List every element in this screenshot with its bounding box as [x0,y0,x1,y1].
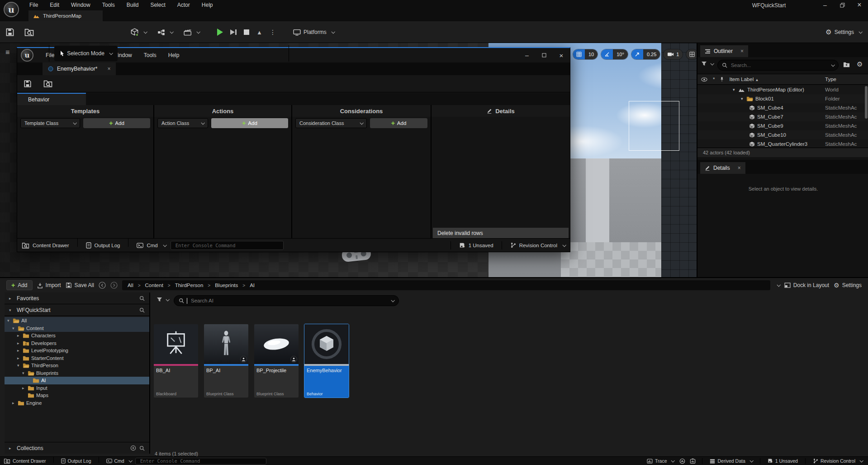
content-browser-settings-button[interactable]: ⚙ Settings [834,282,862,289]
delete-invalid-rows-button[interactable]: Delete invalid rows [433,228,569,239]
collections-section[interactable]: ▸ Collections [5,442,149,454]
cinematics-dropdown[interactable] [184,29,199,36]
actions-add-button[interactable]: +Add [211,118,288,128]
viewport-menu-icon[interactable]: ≡ [5,48,9,57]
output-log-button[interactable]: Output Log [81,242,125,249]
menu-actor[interactable]: Actor [171,0,196,10]
output-log-button[interactable]: Output Log [57,458,95,464]
browse-content-icon[interactable] [24,28,34,36]
selection-mode-dropdown[interactable]: Selection Mode [54,46,118,61]
maximize-button[interactable] [536,50,553,60]
asset-tile-bb_ai[interactable]: BB_AI Blackboard [154,324,198,398]
outliner-search[interactable] [717,60,839,71]
asset-tile-bp_projectile[interactable]: BP_Projectile Blueprint Class [254,324,299,398]
add-button[interactable]: +Add [6,280,33,290]
outliner-filter-button[interactable] [701,61,713,66]
folder-tree-item-thirdperson[interactable]: ▾ ThirdPerson [5,362,149,369]
derived-data-dropdown[interactable]: Derived Data [706,458,756,464]
templates-add-button[interactable]: +Add [83,118,150,128]
browse-to-asset-icon[interactable] [43,80,52,87]
save-icon[interactable] [5,28,14,37]
menu-edit[interactable]: Edit [44,0,65,10]
expander-icon[interactable]: ▸ [17,356,23,360]
folder-tree-item-maps[interactable]: Maps [5,392,149,399]
breadcrumb-thirdperson[interactable]: ThirdPerson [175,283,204,288]
add-actor-dropdown[interactable] [130,28,147,37]
expander-icon[interactable]: ▾ [22,371,28,375]
import-button[interactable]: Import [37,282,61,288]
asset-search-input[interactable] [190,297,386,304]
outliner-settings-icon[interactable]: ⚙ [857,60,863,68]
visibility-column-icon[interactable] [701,77,707,81]
outliner-row[interactable]: SM_QuarterCylinder3 StaticMeshAc [697,139,868,147]
menu-build[interactable]: Build [121,0,145,10]
folder-tree-item-content[interactable]: ▾ Content [5,325,149,332]
folder-tree-item-ai[interactable]: AI [5,377,149,384]
folder-tree-item-characters[interactable]: ▸ Characters [5,332,149,340]
breadcrumb-content[interactable]: Content [145,283,163,288]
insights-session-icon[interactable] [679,458,685,464]
item-label-column-header[interactable]: Item Label ▲ [729,77,759,82]
expander-icon[interactable]: ▸ [22,386,28,390]
add-folder-icon[interactable] [843,62,850,67]
stop-button[interactable] [244,29,249,35]
rotation-snap-control[interactable]: 10° [601,49,628,59]
dock-in-layout-button[interactable]: Dock in Layout [784,282,829,288]
outliner-row[interactable]: SM_Cube10 StaticMeshAc [697,130,868,139]
breadcrumb-all[interactable]: All [128,283,133,288]
outliner-search-input[interactable] [730,62,826,68]
folder-tree-item-levelprototyping[interactable]: ▸ LevelPrototyping [5,347,149,355]
editor-menu-help[interactable]: Help [162,50,185,61]
asset-tab-enemybehavior[interactable]: EnemyBehavior* × [43,62,116,75]
play-options-menu[interactable]: ⋮ [270,29,276,36]
pin-column-icon[interactable] [720,77,724,82]
cmd-dropdown[interactable]: Cmd [103,458,135,464]
folder-tree-item-engine[interactable]: ▸ Engine [5,399,149,407]
editor-menu-tools[interactable]: Tools [138,50,162,61]
close-icon[interactable]: × [107,66,110,72]
folder-tree-item-blueprints[interactable]: ▾ Blueprints [5,369,149,377]
back-button[interactable] [99,282,106,289]
tab-outliner[interactable]: Outliner× [700,45,748,57]
eject-button[interactable]: ▲ [256,29,262,36]
expander-icon[interactable]: ▾ [733,87,738,92]
action-class-dropdown[interactable]: Action Class [157,118,208,128]
save-all-button[interactable]: Save All [66,282,94,288]
consideration-class-dropdown[interactable]: Consideration Class [295,118,367,128]
folder-tree-item-developers[interactable]: ▸ Developers [5,340,149,347]
breadcrumb[interactable]: All>Content>ThirdPerson>Blueprints>AI [122,280,770,290]
console-command-input[interactable] [139,458,262,464]
folder-tree-item-all[interactable]: ▾ All [5,317,149,325]
outliner-row[interactable]: SM_Cube4 StaticMeshAc [697,103,868,112]
outliner-row[interactable]: SM_Cube9 StaticMeshAc [697,121,868,130]
close-icon[interactable]: × [738,165,741,171]
asset-tile-enemybehavior[interactable]: EnemyBehavior Behavior [304,324,349,398]
expander-icon[interactable]: ▸ [12,401,18,405]
menu-help[interactable]: Help [196,0,219,10]
expander-icon[interactable]: ▸ [17,348,23,353]
outliner-row[interactable]: ▾ ThirdPersonMap (Editor) World [697,85,868,94]
expander-icon[interactable]: ▾ [17,363,23,368]
outliner-row[interactable]: ▾ Block01 Folder [697,94,868,103]
minimize-button[interactable]: – [816,0,834,10]
asset-tile-bp_ai[interactable]: BP_AI Blueprint Class [204,324,248,398]
breadcrumb-ai[interactable]: AI [250,283,255,288]
level-tab[interactable]: ThirdPersonMap [28,10,103,21]
unsaved-indicator[interactable]: * 1 Unsaved [764,458,802,464]
considerations-add-button[interactable]: +Add [370,118,427,128]
console-command-field[interactable] [135,458,266,465]
asset-search[interactable] [174,295,399,306]
template-class-dropdown[interactable]: Template Class [20,118,80,128]
type-column-header[interactable]: Type [825,77,836,82]
camera-speed-control[interactable]: 1 [664,49,683,59]
project-section[interactable]: ▾ WFQuickStart [5,304,149,316]
cmd-dropdown[interactable]: Cmd [132,243,170,248]
skip-button[interactable] [230,29,237,35]
close-button[interactable]: × [553,50,570,60]
save-icon[interactable] [24,80,32,88]
star-column-icon[interactable]: * [713,77,715,82]
expander-icon[interactable]: ▾ [741,96,746,101]
tab-details[interactable]: Details× [700,162,745,174]
menu-select[interactable]: Select [144,0,171,10]
expander-icon[interactable]: ▸ [17,333,23,338]
